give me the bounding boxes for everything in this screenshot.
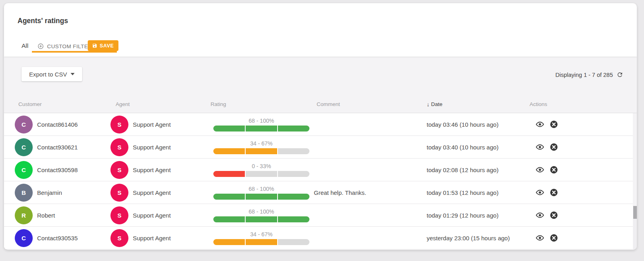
export-to-csv-button[interactable]: Export to CSV xyxy=(22,67,82,81)
active-tab-underline xyxy=(32,51,117,53)
customer-avatar: B xyxy=(15,184,33,202)
column-header-comment[interactable]: Comment xyxy=(314,101,427,107)
tab-all[interactable]: All xyxy=(22,42,28,49)
rating-widget: 0 - 33% xyxy=(213,163,309,177)
sort-desc-icon: ↓ xyxy=(427,101,429,108)
rating-segment xyxy=(213,171,245,177)
caret-down-icon xyxy=(71,73,75,75)
save-button[interactable]: SAVE xyxy=(88,40,118,51)
date-text: today 01:29 (12 hours ago) xyxy=(427,212,498,219)
agent-name: Support Agent xyxy=(133,144,171,151)
rating-segment xyxy=(213,148,245,154)
column-header-date[interactable]: ↓ Date xyxy=(427,101,530,108)
rating-widget: 68 - 100% xyxy=(213,186,309,200)
customer-avatar-initial: R xyxy=(22,212,26,219)
delete-x-icon[interactable] xyxy=(549,188,558,197)
customer-cell: C Contact930621 xyxy=(15,138,110,156)
save-button-label: SAVE xyxy=(100,43,114,49)
view-eye-icon[interactable] xyxy=(536,188,544,197)
rating-widget: 68 - 100% xyxy=(213,208,309,222)
column-header-rating[interactable]: Rating xyxy=(206,101,314,107)
agent-name: Support Agent xyxy=(133,121,171,128)
scrollbar-thumb[interactable] xyxy=(633,206,637,219)
view-eye-icon[interactable] xyxy=(536,234,544,242)
agent-avatar: S xyxy=(110,206,128,224)
customer-cell: C Contact930535 xyxy=(15,229,110,247)
agents-ratings-card: Agents' ratings All CUSTOM FILTER SAVE E… xyxy=(4,3,637,250)
rating-cell: 34 - 67% xyxy=(206,231,314,245)
agent-cell: S Support Agent xyxy=(110,116,206,133)
rating-segment xyxy=(278,239,309,245)
date-text: today 03:46 (10 hours ago) xyxy=(427,121,498,128)
delete-x-icon[interactable] xyxy=(549,143,558,151)
actions-cell xyxy=(530,165,633,174)
agent-avatar-initial: S xyxy=(117,235,121,241)
customer-cell: R Robert xyxy=(15,206,110,224)
date-cell: today 01:29 (12 hours ago) xyxy=(427,212,530,219)
column-header-agent[interactable]: Agent xyxy=(110,101,206,107)
rating-segment xyxy=(213,216,245,222)
comment-text: Great help. Thanks. xyxy=(314,189,366,196)
customer-name: Robert xyxy=(37,212,55,219)
rating-segment xyxy=(278,194,309,200)
customer-name: Contact930598 xyxy=(37,167,78,173)
rating-segment xyxy=(278,171,309,177)
agent-avatar-initial: S xyxy=(117,212,121,219)
rating-segment xyxy=(278,126,309,131)
date-cell: today 03:40 (10 hours ago) xyxy=(427,144,530,151)
delete-x-icon[interactable] xyxy=(549,211,558,220)
date-cell: today 03:46 (10 hours ago) xyxy=(427,121,530,128)
rating-segment xyxy=(278,216,309,222)
date-cell: yesterday 23:00 (15 hours ago) xyxy=(427,235,530,241)
view-eye-icon[interactable] xyxy=(536,120,544,129)
column-header-customer[interactable]: Customer xyxy=(15,101,110,107)
rating-range-label: 68 - 100% xyxy=(213,186,309,192)
floppy-disk-icon xyxy=(92,43,97,48)
agent-avatar: S xyxy=(110,161,128,179)
rating-bar xyxy=(213,194,309,200)
rating-widget: 34 - 67% xyxy=(213,231,309,245)
rating-bar xyxy=(213,239,309,245)
view-eye-icon[interactable] xyxy=(536,165,544,174)
agent-avatar: S xyxy=(110,138,128,156)
table-row: B Benjamin S Support Agent 68 - 100% Gre… xyxy=(4,181,633,204)
rating-segment xyxy=(246,216,277,222)
rating-cell: 68 - 100% xyxy=(206,186,314,200)
page-title: Agents' ratings xyxy=(18,17,68,25)
vertical-scrollbar[interactable] xyxy=(633,206,637,250)
comment-cell: Great help. Thanks. xyxy=(314,189,427,196)
rating-cell: 34 - 67% xyxy=(206,140,314,154)
agent-avatar: S xyxy=(110,229,128,247)
customer-avatar: C xyxy=(15,229,33,247)
rating-range-label: 34 - 67% xyxy=(213,140,309,147)
customer-avatar: C xyxy=(15,161,33,179)
rating-segment xyxy=(246,171,277,177)
customer-avatar-initial: B xyxy=(22,189,26,196)
delete-x-icon[interactable] xyxy=(549,165,558,174)
view-eye-icon[interactable] xyxy=(536,211,544,220)
table-row: C Contact930535 S Support Agent 34 - 67%… xyxy=(4,227,633,249)
agent-avatar: S xyxy=(110,116,128,133)
rating-segment xyxy=(246,126,277,131)
agent-cell: S Support Agent xyxy=(110,161,206,179)
customer-avatar: C xyxy=(15,116,33,133)
rating-range-label: 34 - 67% xyxy=(213,231,309,237)
tab-custom-filter-label: CUSTOM FILTER xyxy=(47,43,92,49)
refresh-icon[interactable] xyxy=(616,71,623,78)
actions-cell xyxy=(530,234,633,242)
actions-cell xyxy=(530,188,633,197)
rating-segment xyxy=(246,194,277,200)
rating-bar xyxy=(213,216,309,222)
tab-custom-filter[interactable]: CUSTOM FILTER xyxy=(37,43,92,49)
export-to-csv-label: Export to CSV xyxy=(29,71,67,78)
rating-cell: 68 - 100% xyxy=(206,208,314,222)
agent-name: Support Agent xyxy=(133,212,171,219)
rating-range-label: 68 - 100% xyxy=(213,208,309,215)
view-eye-icon[interactable] xyxy=(536,143,544,151)
delete-x-icon[interactable] xyxy=(549,120,558,129)
date-cell: today 02:08 (12 hours ago) xyxy=(427,167,530,173)
customer-name: Benjamin xyxy=(37,189,62,196)
actions-cell xyxy=(530,120,633,129)
date-text: today 01:53 (12 hours ago) xyxy=(427,189,498,196)
delete-x-icon[interactable] xyxy=(549,234,558,242)
